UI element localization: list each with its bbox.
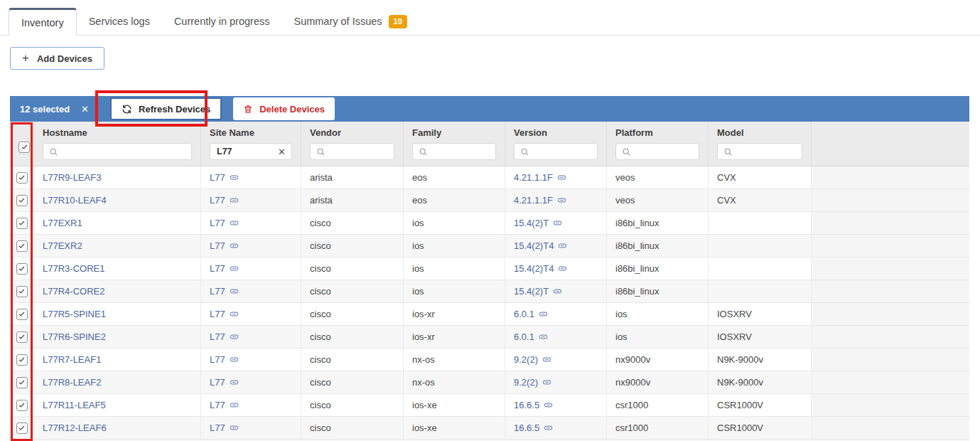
model-filter[interactable] [717, 143, 802, 160]
version-link[interactable]: 4.21.1.1F [514, 195, 553, 206]
site-link[interactable]: L77 [210, 218, 225, 228]
site-link[interactable]: L77 [210, 172, 225, 183]
table-row[interactable]: L77R4-CORE2 L77 cisco ios 15.4(2)T i86bi… [10, 280, 969, 303]
site-link[interactable]: L77 [210, 309, 225, 319]
hostname-link[interactable]: L77R12-LEAF6 [43, 423, 107, 433]
version-link[interactable]: 4.21.1.1F [514, 172, 553, 183]
hostname-link[interactable]: L77R9-LEAF3 [43, 172, 101, 183]
row-spacer [812, 417, 969, 439]
table-row[interactable]: L77R10-LEAF4 L77 arista eos 4.21.1.1F ve… [10, 189, 969, 212]
row-checkbox[interactable] [16, 423, 28, 434]
platform-cell: ios [607, 326, 709, 348]
version-link[interactable]: 6.0.1 [514, 331, 534, 342]
row-checkbox[interactable] [16, 377, 28, 388]
hostname-link[interactable]: L77R11-LEAF5 [43, 400, 106, 410]
site-link[interactable]: L77 [210, 400, 225, 410]
row-checkbox[interactable] [16, 309, 28, 320]
hostname-link[interactable]: L77R6-SPINE2 [43, 331, 106, 342]
row-checkbox[interactable] [16, 172, 28, 184]
header-version[interactable]: Version [505, 122, 607, 166]
row-checkbox[interactable] [16, 195, 28, 206]
refresh-icon [122, 104, 132, 115]
hostname-link[interactable]: L77R10-LEAF4 [43, 195, 107, 206]
header-platform[interactable]: Platform [607, 122, 709, 166]
tab-inventory[interactable]: Inventory [9, 8, 77, 36]
version-link[interactable]: 9.2(2) [514, 354, 538, 365]
vendor-cell: arista [301, 189, 404, 211]
table-header: Hostname Site Name ✕ Vendor [10, 122, 969, 166]
site-cell: L77 [201, 235, 301, 257]
version-link[interactable]: 15.4(2)T [514, 286, 549, 297]
site-link[interactable]: L77 [210, 331, 225, 342]
hostname-link[interactable]: L77R3-CORE1 [43, 263, 104, 274]
site-link[interactable]: L77 [210, 423, 225, 433]
hostname-link[interactable]: L77R4-CORE2 [43, 286, 104, 297]
table-row[interactable]: L77R3-CORE1 L77 cisco ios 15.4(2)T4 i86b… [10, 257, 969, 280]
platform-cell: i86bi_linux [607, 212, 709, 234]
select-all-checkbox[interactable] [18, 142, 30, 153]
add-devices-button[interactable]: + Add Devices [10, 47, 104, 70]
table-row[interactable]: L77R11-LEAF5 L77 cisco ios-xe 16.6.5 csr… [10, 394, 969, 417]
tab-currently-in-progress[interactable]: Currently in progress [162, 8, 282, 35]
delete-devices-button[interactable]: Delete Devices [233, 97, 335, 120]
site-link[interactable]: L77 [210, 195, 225, 206]
version-link[interactable]: 15.4(2)T4 [514, 263, 554, 274]
refresh-devices-button[interactable]: Refresh Devices [110, 97, 222, 120]
table-row[interactable]: L77R9-LEAF3 L77 arista eos 4.21.1.1F veo… [10, 166, 969, 189]
hostname-link[interactable]: L77EXR1 [43, 218, 82, 228]
header-vendor[interactable]: Vendor [301, 122, 404, 166]
clear-selection-icon[interactable]: ✕ [81, 104, 89, 115]
row-checkbox[interactable] [16, 286, 28, 297]
site-link[interactable]: L77 [210, 354, 225, 365]
site-name-filter[interactable]: ✕ [210, 143, 292, 160]
row-checkbox[interactable] [16, 218, 28, 229]
table-row[interactable]: L77R5-SPINE1 L77 cisco ios-xr 6.0.1 ios … [10, 303, 969, 326]
header-hostname[interactable]: Hostname [34, 122, 201, 166]
row-checkbox[interactable] [16, 263, 28, 275]
version-link[interactable]: 16.6.5 [514, 423, 539, 433]
header-site-name[interactable]: Site Name ✕ [201, 122, 301, 166]
version-link[interactable]: 16.6.5 [514, 400, 539, 410]
hostname-link[interactable]: L77EXR2 [43, 240, 82, 251]
link-icon [230, 332, 239, 341]
version-link[interactable]: 15.4(2)T4 [514, 240, 554, 251]
tab-services-logs[interactable]: Services logs [77, 8, 162, 35]
row-checkbox[interactable] [16, 331, 28, 343]
family-cell: eos [404, 189, 505, 211]
vendor-cell: cisco [301, 394, 404, 416]
row-checkbox[interactable] [16, 240, 28, 252]
platform-cell: nx9000v [607, 349, 709, 371]
site-link[interactable]: L77 [210, 263, 225, 274]
platform-filter[interactable] [615, 143, 699, 160]
row-checkbox[interactable] [16, 354, 28, 366]
table-body: L77R9-LEAF3 L77 arista eos 4.21.1.1F veo… [10, 166, 969, 440]
table-row[interactable]: L77R8-LEAF2 L77 cisco nx-os 9.2(2) nx900… [10, 371, 969, 394]
hostname-link[interactable]: L77R7-LEAF1 [43, 354, 101, 365]
hostname-link[interactable]: L77R5-SPINE1 [43, 309, 106, 319]
table-row[interactable]: L77R12-LEAF6 L77 cisco ios-xe 16.6.5 csr… [10, 417, 969, 440]
table-row[interactable]: L77R6-SPINE2 L77 cisco ios-xr 6.0.1 ios … [10, 326, 969, 349]
check-icon [18, 219, 26, 227]
table-row[interactable]: L77EXR1 L77 cisco ios 15.4(2)T i86bi_lin… [10, 212, 969, 235]
header-model[interactable]: Model [709, 122, 812, 166]
version-link[interactable]: 9.2(2) [514, 377, 538, 388]
vendor-filter[interactable] [310, 143, 394, 160]
site-link[interactable]: L77 [210, 240, 225, 251]
version-link[interactable]: 6.0.1 [514, 309, 534, 319]
table-row[interactable]: L77R7-LEAF1 L77 cisco nx-os 9.2(2) nx900… [10, 349, 969, 371]
clear-filter-icon[interactable]: ✕ [278, 146, 286, 158]
hostname-link[interactable]: L77R8-LEAF2 [43, 377, 101, 388]
header-family[interactable]: Family [404, 122, 505, 166]
family-filter[interactable] [412, 143, 496, 160]
row-checkbox[interactable] [16, 400, 28, 411]
site-link[interactable]: L77 [210, 377, 225, 388]
link-icon [544, 423, 553, 432]
version-link[interactable]: 15.4(2)T [514, 218, 549, 228]
link-icon [558, 241, 567, 250]
version-filter[interactable] [514, 143, 598, 160]
table-row[interactable]: L77EXR2 L77 cisco ios 15.4(2)T4 i86bi_li… [10, 235, 969, 257]
hostname-filter[interactable] [43, 143, 192, 160]
site-link[interactable]: L77 [210, 286, 225, 297]
hostname-filter-input[interactable] [43, 147, 191, 156]
tab-summary-of-issues[interactable]: Summary of Issues 10 [281, 8, 419, 35]
